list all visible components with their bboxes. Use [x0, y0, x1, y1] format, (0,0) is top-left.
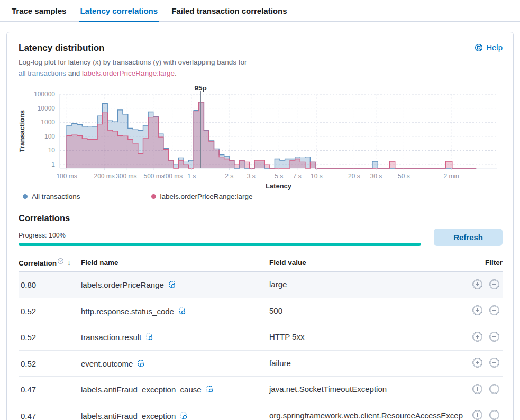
subtitle-all-transactions: all transactions	[19, 69, 66, 77]
chart-subtitle: Log-log plot for latency (x) by transact…	[19, 57, 503, 79]
inspect-field-icon[interactable]	[206, 386, 214, 394]
x-tick-label: 500 ms	[143, 172, 164, 180]
x-tick-label: 2 s	[225, 172, 233, 180]
filter-exclude-button[interactable]	[489, 332, 499, 342]
correlation-row[interactable]: 0.52transaction.resultHTTP 5xx	[19, 324, 503, 351]
y-tick-label: 100000	[34, 90, 55, 98]
panel-title: Latency distribution	[19, 43, 104, 53]
field-value: HTTP 5xx	[269, 324, 472, 351]
filter-exclude-button[interactable]	[489, 305, 499, 315]
tab-latency-correlations[interactable]: Latency correlations	[79, 0, 159, 22]
chart-legend: All transactionslabels.orderPriceRange:l…	[23, 193, 503, 200]
x-tick-label: 200 ms	[94, 172, 115, 180]
question-in-circle-icon: ?	[58, 258, 63, 264]
x-tick-label: 300 ms	[116, 172, 136, 180]
filter-include-button[interactable]	[472, 305, 482, 315]
y-tick-label: 100	[44, 133, 55, 140]
legend-item-all-transactions[interactable]: All transactions	[23, 193, 80, 200]
legend-dot-icon	[23, 194, 28, 199]
filter-exclude-button[interactable]	[489, 358, 499, 368]
column-header-field-name: Field name	[81, 253, 269, 272]
x-tick-label: 3 s	[247, 172, 256, 180]
legend-label: All transactions	[32, 193, 80, 200]
subtitle-and: and	[66, 69, 82, 77]
column-header-field-value: Field value	[269, 253, 472, 272]
correlations-title: Correlations	[19, 213, 503, 223]
help-button-label: Help	[486, 43, 503, 52]
correlation-header-label: Correlation	[19, 259, 57, 267]
field-value: org.springframework.web.client.ResourceA…	[269, 403, 472, 420]
x-tick-label: 10 s	[311, 172, 323, 180]
progress-label: Progress: 100%	[19, 232, 421, 239]
field-value: java.net.SocketTimeoutException	[269, 377, 472, 403]
field-value: failure	[269, 350, 472, 377]
filter-exclude-button[interactable]	[489, 410, 499, 420]
inspect-field-icon[interactable]	[168, 281, 176, 289]
correlation-value: 0.52	[19, 324, 81, 351]
legend-dot-icon	[151, 194, 156, 199]
progress-bar	[19, 243, 421, 246]
inspect-field-icon[interactable]	[137, 360, 145, 368]
filter-include-button[interactable]	[472, 410, 482, 420]
x-axis-title: Latency	[266, 182, 292, 190]
x-tick-label: 30 s	[370, 172, 382, 180]
x-tick-label: 700 ms	[162, 172, 183, 180]
legend-item-labels-orderpricerange-large[interactable]: labels.orderPriceRange:large	[151, 193, 253, 200]
field-name: http.response.status_code	[81, 307, 174, 316]
y-axis-title: Transactions	[19, 110, 26, 152]
correlation-row[interactable]: 0.80labels.orderPriceRangelarge	[19, 272, 503, 298]
y-tick-label: 1000	[41, 118, 55, 126]
help-button[interactable]: Help	[475, 43, 503, 52]
subtitle-line1: Log-log plot for latency (x) by transact…	[19, 58, 247, 66]
x-tick-label: 2 min	[443, 172, 459, 180]
correlation-value: 0.52	[19, 350, 81, 377]
x-tick-label: 5 s	[275, 172, 283, 180]
filter-include-button[interactable]	[472, 279, 482, 289]
field-name: labels.antiFraud_exception	[81, 412, 176, 420]
x-tick-label: 20 s	[348, 172, 360, 180]
field-name: event.outcome	[81, 359, 133, 368]
inspect-field-icon[interactable]	[145, 333, 153, 341]
subtitle-period: .	[175, 69, 177, 77]
filter-exclude-button[interactable]	[489, 279, 499, 289]
column-header-filter: Filter	[472, 253, 503, 272]
correlation-value: 0.80	[19, 272, 81, 298]
correlations-table: Correlation?↓ Field name Field value Fil…	[19, 253, 503, 420]
legend-label: labels.orderPriceRange:large	[160, 193, 253, 200]
tab-bar: Trace samplesLatency correlationsFailed …	[0, 0, 520, 22]
x-tick-label: 50 s	[398, 172, 410, 180]
x-tick-label: 1 s	[187, 172, 196, 180]
filter-include-button[interactable]	[472, 384, 482, 394]
filter-include-button[interactable]	[472, 332, 482, 342]
percentile-annotation-label: 95p	[195, 86, 207, 92]
refresh-button[interactable]: Refresh	[434, 229, 503, 246]
latency-distribution-chart[interactable]: 11010010001000010000095p100 ms200 ms300 …	[19, 86, 503, 190]
correlation-row[interactable]: 0.52http.response.status_code500	[19, 298, 503, 324]
x-tick-label: 100 ms	[56, 172, 77, 180]
y-tick-label: 1	[51, 161, 55, 168]
x-tick-label: 7 s	[293, 172, 302, 180]
y-tick-label: 10	[48, 147, 56, 154]
correlation-value: 0.47	[19, 403, 81, 420]
tab-trace-samples[interactable]: Trace samples	[11, 0, 67, 22]
tab-failed-transaction-correlations[interactable]: Failed transaction correlations	[170, 0, 288, 22]
field-name: labels.orderPriceRange	[81, 280, 164, 289]
progress-fill	[19, 243, 421, 246]
field-value: 500	[269, 298, 472, 324]
correlation-row[interactable]: 0.47labels.antiFraud_exception_causejava…	[19, 377, 503, 403]
subtitle-field-term: labels.orderPriceRange:large	[82, 69, 175, 77]
inspect-field-icon[interactable]	[178, 307, 186, 315]
filter-exclude-button[interactable]	[489, 384, 499, 394]
inspect-field-icon[interactable]	[180, 412, 188, 420]
sort-descending-icon: ↓	[67, 258, 71, 267]
field-name: transaction.result	[81, 333, 141, 342]
correlation-row[interactable]: 0.47labels.antiFraud_exceptionorg.spring…	[19, 403, 503, 420]
column-header-correlation[interactable]: Correlation?↓	[19, 253, 81, 272]
correlation-row[interactable]: 0.52event.outcomefailure	[19, 350, 503, 377]
help-lifebuoy-icon	[475, 43, 483, 52]
field-name: labels.antiFraud_exception_cause	[81, 385, 202, 394]
correlation-value: 0.47	[19, 377, 81, 403]
y-tick-label: 10000	[38, 104, 56, 112]
latency-correlations-panel: Latency distribution Help Log-log plot f…	[6, 32, 514, 420]
filter-include-button[interactable]	[472, 358, 482, 368]
